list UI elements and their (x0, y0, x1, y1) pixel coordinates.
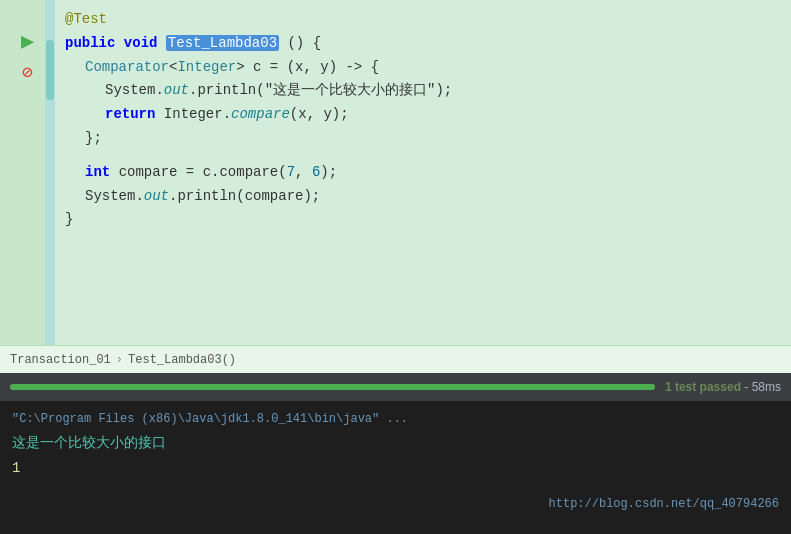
status-bar: 1 test passed - 58ms (0, 373, 791, 401)
method-paren: () { (287, 35, 321, 51)
breadcrumb-part1: Transaction_01 (10, 353, 111, 367)
code-line-annotation: @Test (65, 8, 776, 32)
code-editor: ▶ ⊘ @Test public void Test_Lambda03 () {… (0, 0, 791, 345)
breadcrumb-separator: › (116, 353, 123, 367)
println-call: .println( (189, 82, 265, 98)
code-line-sysout1: System.out.println("这是一个比较大小的接口"); (105, 79, 776, 103)
out-text2: out (144, 188, 169, 204)
code-line-comparator: Comparator<Integer> c = (x, y) -> { (85, 56, 776, 80)
stmt-end: ); (435, 82, 452, 98)
output-link[interactable]: http://blog.csdn.net/qq_40794266 (549, 494, 779, 516)
code-line-close-method: } (65, 208, 776, 232)
compare-method: compare (231, 106, 290, 122)
code-line-close-lambda: }; (85, 127, 776, 151)
status-time: - 58ms (744, 380, 781, 394)
status-passed: 1 test passed (665, 380, 741, 394)
keyword-void: void (124, 35, 166, 51)
run-icon[interactable]: ▶ (21, 28, 34, 55)
output-line-2: 这是一个比较大小的接口 (12, 431, 779, 456)
progress-bar-fill (10, 384, 655, 390)
status-text: 1 test passed - 58ms (665, 380, 781, 394)
blank-line (65, 151, 776, 161)
close-brace-semi: }; (85, 130, 102, 146)
method-name-highlight: Test_Lambda03 (166, 35, 279, 51)
keyword-public: public (65, 35, 115, 51)
annotation-text: @Test (65, 11, 107, 27)
gutter: ▶ ⊘ (0, 0, 55, 345)
type-integer: Integer (177, 59, 236, 75)
code-line-sysout2: System.out.println(compare); (85, 185, 776, 209)
breadcrumb-part2: Test_Lambda03() (128, 353, 236, 367)
keyword-return: return (105, 106, 155, 122)
output-area: "C:\Program Files (x86)\Java\jdk1.8.0_14… (0, 401, 791, 534)
scroll-thumb[interactable] (46, 40, 54, 100)
num-7: 7 (287, 164, 295, 180)
breadcrumb-bar: Transaction_01 › Test_Lambda03() (0, 345, 791, 373)
close-brace: } (65, 211, 73, 227)
code-line-int-compare: int compare = c.compare(7, 6); (85, 161, 776, 185)
system-text: System. (105, 82, 164, 98)
progress-bar-container (10, 384, 655, 390)
code-line-method-def: public void Test_Lambda03 () { (65, 32, 776, 56)
type-comparator: Comparator (85, 59, 169, 75)
scroll-bar[interactable] (45, 0, 55, 345)
out-text: out (164, 82, 189, 98)
keyword-int: int (85, 164, 110, 180)
output-line-3: 1 (12, 456, 779, 481)
code-content: @Test public void Test_Lambda03 () { Com… (55, 0, 791, 240)
string-arg: "这是一个比较大小的接口" (265, 82, 436, 98)
debug-icon[interactable]: ⊘ (22, 61, 33, 83)
code-line-return: return Integer.compare(x, y); (105, 103, 776, 127)
output-line-1: "C:\Program Files (x86)\Java\jdk1.8.0_14… (12, 409, 779, 431)
